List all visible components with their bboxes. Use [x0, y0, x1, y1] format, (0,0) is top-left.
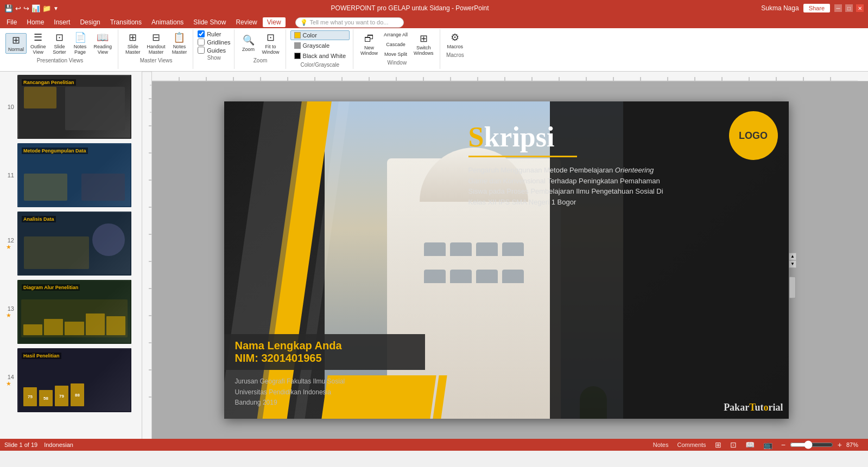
slide-master-button[interactable]: ⊞ SlideMaster [123, 30, 143, 56]
arrange-all-label: Arrange All [384, 32, 408, 37]
notes-button[interactable]: Notes [651, 442, 671, 448]
notes-page-button[interactable]: 📄 NotesPage [71, 30, 90, 56]
slide-item-13[interactable]: 13 ★ Diagram Alur Penelitian [2, 279, 140, 345]
zoom-slider[interactable] [790, 440, 833, 449]
normal-view-button[interactable]: ⊞ Normal [5, 33, 27, 54]
menu-transitions[interactable]: Transitions [106, 17, 146, 27]
vertical-ruler [142, 72, 152, 439]
arrange-all-button[interactable]: Arrange All [382, 30, 410, 39]
brand-o: o [764, 402, 769, 413]
scroll-up-button[interactable]: ▲ [789, 253, 796, 260]
move-split-label: Move Split [384, 52, 407, 57]
scroll-thumb[interactable] [789, 277, 796, 298]
menu-file[interactable]: File [2, 17, 21, 27]
title-s: S [468, 121, 484, 152]
slide-thumb-12[interactable]: Analisis Data [17, 212, 131, 276]
menu-design[interactable]: Design [75, 17, 104, 27]
ruler-checkbox[interactable]: Ruler [198, 30, 230, 37]
slide-sorter-icon: ⊡ [55, 32, 64, 44]
menu-animations[interactable]: Animations [147, 17, 188, 27]
slide-thumb-14[interactable]: Hasil Penelitian 75 58 79 88 [17, 348, 131, 412]
show-label: Show [207, 55, 221, 61]
normal-view-status-button[interactable]: ⊞ [713, 440, 724, 449]
color-label-group: Color/Grayscale [300, 62, 339, 68]
status-bar: Slide 1 of 19 Indonesian Notes Comments … [0, 439, 868, 451]
share-button[interactable]: Share [803, 4, 830, 12]
fit-to-window-button[interactable]: ⊡ Fit toWindow [259, 30, 282, 56]
slide-canvas[interactable]: LOGO Skripsi Pengaruh Menggunaan Metode … [224, 101, 789, 419]
menu-review[interactable]: Review [231, 17, 261, 27]
slide-thumb-11[interactable]: Metode Pengumpulan Data [17, 143, 131, 207]
dropdown-icon[interactable]: ▼ [53, 5, 59, 11]
color-button[interactable]: Color [290, 30, 350, 40]
guides-checkbox[interactable]: Guides [198, 47, 230, 54]
slide-item-12[interactable]: 12 ★ Analisis Data [2, 210, 140, 277]
tell-me-input[interactable]: 💡 Tell me what you want to do... [295, 17, 404, 28]
reading-view-button[interactable]: 📖 ReadingView [91, 30, 115, 56]
move-split-button[interactable]: Move Split [382, 50, 410, 59]
close-button[interactable]: ✕ [856, 4, 864, 12]
user-name: Sukma Naga [761, 4, 799, 12]
menu-slideshow[interactable]: Slide Show [189, 17, 230, 27]
vertical-scrollbar[interactable]: ▲ ▼ [789, 253, 796, 268]
macros-label: Macros [446, 52, 464, 58]
slide-thumb-10[interactable]: Rancangan Penelitian [17, 75, 131, 139]
macros-group: ⚙ Macros Macros [441, 29, 470, 69]
slide-sorter-status-button[interactable]: ⊡ [728, 440, 739, 449]
grayscale-button[interactable]: Grayscale [290, 41, 350, 50]
menu-insert[interactable]: Insert [49, 17, 74, 27]
zoom-out-button[interactable]: − [779, 440, 788, 449]
save-icon[interactable]: 💾 [4, 4, 13, 12]
slide-sorter-button[interactable]: ⊡ SlideSorter [50, 30, 69, 56]
slide-item-11[interactable]: 11 Metode Pengumpulan Data [2, 142, 140, 208]
presentation-views-group: ⊞ Normal ☰ OutlineView ⊡ SlideSorter 📄 N… [2, 29, 118, 69]
svg-rect-0 [142, 72, 152, 439]
reading-view-status-button[interactable]: 📖 [743, 440, 757, 449]
brand-text: PakarTutorial [724, 402, 783, 413]
handout-master-button[interactable]: ⊟ HandoutMaster [144, 30, 168, 56]
undo-icon[interactable]: ↩ [15, 4, 21, 12]
switch-windows-button[interactable]: ⊞ SwitchWindows [411, 31, 436, 57]
ribbon: ⊞ Normal ☰ OutlineView ⊡ SlideSorter 📄 N… [0, 28, 868, 72]
fit-to-window-icon: ⊡ [267, 32, 275, 44]
slide-viewport[interactable]: LOGO Skripsi Pengaruh Menggunaan Metode … [152, 81, 868, 439]
city-year: Bandung 2019 [235, 398, 345, 408]
presentation-icon[interactable]: 📊 [31, 4, 40, 12]
new-window-button[interactable]: 🗗 NewWindow [358, 31, 381, 57]
cascade-button[interactable]: Cascade [382, 40, 410, 49]
slide-info: Slide 1 of 19 [4, 442, 37, 448]
macros-button[interactable]: ⚙ Macros [445, 30, 466, 51]
notes-master-button[interactable]: 📋 NotesMaster [169, 30, 190, 56]
faculty-text: Jurusan Geografi Fakultas Ilmu Sosial [235, 376, 345, 387]
status-right: Notes Comments ⊞ ⊡ 📖 📺 − + 87% [651, 440, 864, 449]
redo-icon[interactable]: ↪ [23, 4, 29, 12]
zoom-button[interactable]: 🔍 Zoom [239, 33, 258, 54]
save2-icon[interactable]: 📁 [42, 4, 51, 12]
comments-button[interactable]: Comments [675, 442, 708, 448]
switch-windows-icon: ⊞ [420, 33, 428, 45]
macros-icon: ⚙ [451, 32, 459, 44]
menu-home[interactable]: Home [22, 17, 48, 27]
slide-item-10[interactable]: 10 Rancangan Penelitian [2, 74, 140, 140]
slide-item-14[interactable]: 14 ★ Hasil Penelitian 75 58 79 88 [2, 347, 140, 413]
status-left: Slide 1 of 19 Indonesian [4, 442, 73, 448]
outline-view-button[interactable]: ☰ OutlineView [28, 30, 49, 56]
slide-num-13: 13 [3, 305, 14, 312]
student-name: Nama Lengkap Anda [235, 340, 414, 352]
color-group: Color Grayscale Black and White Color/Gr… [287, 29, 353, 69]
zoom-group: 🔍 Zoom ⊡ Fit toWindow Zoom [236, 29, 286, 69]
minimize-button[interactable]: ─ [834, 4, 842, 12]
slide-star-14: ★ [6, 380, 11, 387]
black-white-button[interactable]: Black and White [290, 51, 350, 61]
zoom-in-button[interactable]: + [835, 440, 844, 449]
tell-me-placeholder: Tell me what you want to do... [310, 19, 389, 25]
menu-view[interactable]: View [263, 17, 286, 27]
presenter-view-status-button[interactable]: 📺 [761, 440, 775, 449]
quick-access-toolbar: 💾 ↩ ↪ 📊 📁 ▼ [4, 4, 59, 12]
reading-view-icon: 📖 [97, 32, 109, 44]
slide-thumb-13[interactable]: Diagram Alur Penelitian [17, 280, 131, 344]
gridlines-checkbox[interactable]: Gridlines [198, 39, 230, 46]
university-info: Jurusan Geografi Fakultas Ilmu Sosial Un… [224, 376, 345, 408]
scroll-down-button[interactable]: ▼ [789, 260, 796, 268]
maximize-button[interactable]: □ [845, 4, 853, 12]
